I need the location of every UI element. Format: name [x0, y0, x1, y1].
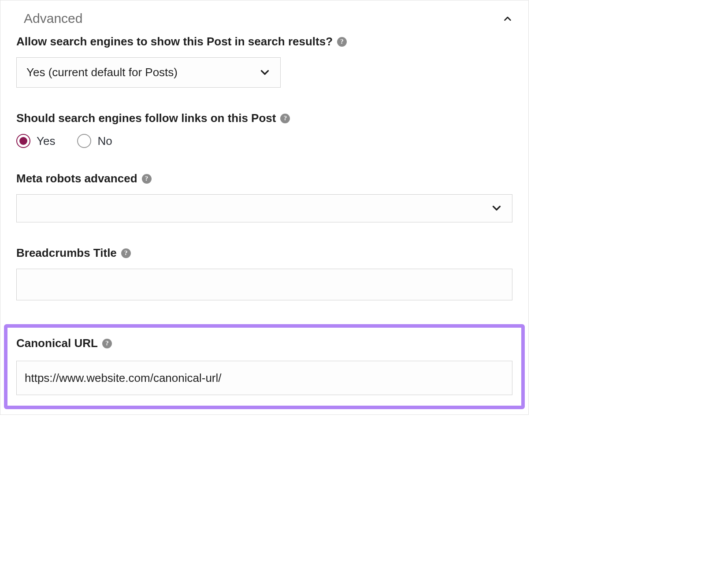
help-icon[interactable]: ?	[280, 114, 290, 123]
canonical-input[interactable]	[16, 361, 512, 395]
chevron-up-icon	[503, 14, 512, 23]
allow-search-field: Allow search engines to show this Post i…	[16, 35, 512, 88]
radio-circle-icon	[77, 134, 91, 148]
radio-dot-icon	[19, 137, 27, 145]
select-value: Yes (current default for Posts)	[26, 66, 178, 79]
canonical-label: Canonical URL ?	[16, 337, 112, 350]
allow-search-select[interactable]: Yes (current default for Posts)	[16, 57, 281, 88]
follow-links-field: Should search engines follow links on th…	[16, 111, 512, 148]
panel-body: Allow search engines to show this Post i…	[0, 35, 528, 409]
meta-robots-field: Meta robots advanced ?	[16, 172, 512, 222]
radio-no-label: No	[97, 134, 112, 148]
radio-yes[interactable]: Yes	[16, 134, 55, 148]
advanced-panel: Advanced Allow search engines to show th…	[0, 0, 529, 415]
label-text: Meta robots advanced	[16, 172, 137, 185]
chevron-down-icon	[259, 67, 271, 78]
help-icon[interactable]: ?	[102, 339, 112, 348]
radio-yes-label: Yes	[37, 134, 55, 148]
help-icon[interactable]: ?	[121, 248, 131, 258]
label-text: Should search engines follow links on th…	[16, 111, 276, 125]
chevron-down-icon	[491, 203, 502, 214]
radio-no[interactable]: No	[77, 134, 112, 148]
canonical-field: Canonical URL ?	[16, 337, 512, 395]
panel-header[interactable]: Advanced	[0, 0, 528, 35]
help-icon[interactable]: ?	[142, 174, 152, 184]
panel-title: Advanced	[24, 11, 82, 26]
allow-search-label: Allow search engines to show this Post i…	[16, 35, 347, 48]
breadcrumbs-label: Breadcrumbs Title ?	[16, 246, 131, 260]
breadcrumbs-field: Breadcrumbs Title ?	[16, 246, 512, 300]
meta-robots-select[interactable]	[16, 194, 512, 222]
canonical-highlight: Canonical URL ?	[4, 324, 525, 409]
radio-circle-icon	[16, 134, 30, 148]
follow-links-radio-group: Yes No	[16, 134, 512, 148]
label-text: Breadcrumbs Title	[16, 246, 117, 260]
follow-links-label: Should search engines follow links on th…	[16, 111, 290, 125]
label-text: Allow search engines to show this Post i…	[16, 35, 333, 48]
label-text: Canonical URL	[16, 337, 98, 350]
help-icon[interactable]: ?	[337, 37, 347, 47]
meta-robots-label: Meta robots advanced ?	[16, 172, 152, 185]
breadcrumbs-input[interactable]	[16, 269, 512, 300]
